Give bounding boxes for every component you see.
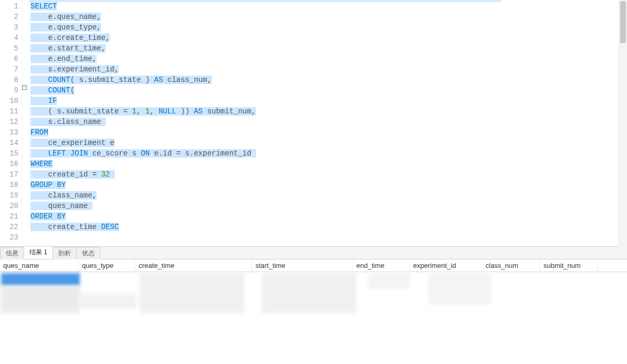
code-line: WHERE [30,159,627,169]
sql-editor-pane: 1 2 3 4 5 6 7 8 9 10 11 12 13 14 15 16 1… [0,0,627,247]
tab-profile[interactable]: 剖析 [53,247,77,259]
line-number: 21 [0,211,18,222]
tab-info[interactable]: 信息 [0,247,24,259]
code-line: FROM [30,127,627,138]
code-line: COUNT( s.submit_state ) AS class_num, [30,75,627,85]
line-number: 17 [0,169,18,180]
tab-result-1[interactable]: 结果 1 [24,246,53,259]
code-line: s.experiment_id, [30,64,627,75]
results-pane: ques_nameques_typecreate_timestart_timee… [0,259,627,364]
redacted-cell [1,273,80,286]
code-line: SELECT [30,1,627,12]
column-header-class-num[interactable]: class_num [482,260,540,271]
line-number: 9 [0,85,18,96]
column-header-ques-type[interactable]: ques_type [79,260,136,271]
column-header-create-time[interactable]: create_time [136,260,252,271]
line-number: 6 [0,54,18,64]
code-line: COUNT( [30,85,627,96]
redacted-cell [428,273,491,305]
fold-column: − [22,0,28,246]
line-number: 16 [0,159,18,169]
redacted-cell [79,293,137,309]
code-line: ( s.submit_state = 1, 1, NULL )) AS subm… [30,106,627,117]
code-line: s.class_name [30,117,627,127]
results-tab-bar: 信息 结果 1 剖析 状态 [0,247,627,259]
line-number: 15 [0,148,18,159]
code-line: GROUP BY [30,180,627,190]
code-line: ques_name [30,201,627,211]
line-number: 14 [0,138,18,148]
code-line: e.end_time, [30,54,627,64]
redacted-cell [1,286,80,313]
line-number: 22 [0,222,18,232]
results-grid-body[interactable] [0,272,627,335]
code-line: e.ques_type, [30,22,627,33]
code-line: e.ques_name, [30,12,627,22]
tab-status[interactable]: 状态 [76,247,100,259]
code-line: ORDER BY [30,211,627,222]
line-number: 2 [0,12,18,22]
code-line: e.start_time, [30,43,627,54]
line-number: 19 [0,190,18,201]
line-number: 7 [0,64,18,75]
line-number: 13 [0,127,18,138]
code-line: LEFT JOIN ce_score s ON e.id = s.experim… [30,148,627,159]
column-header-submit-num[interactable]: submit_num [540,260,598,271]
line-number: 20 [0,201,18,211]
line-number: 3 [0,22,18,33]
redacted-cell [139,273,244,313]
code-line: IF [30,96,627,106]
code-line: create_time DESC [30,222,627,232]
line-number: 8 [0,75,18,85]
code-line: e.create_time, [30,33,627,43]
results-grid-header: ques_nameques_typecreate_timestart_timee… [0,259,627,272]
code-line [30,232,627,243]
code-line: create_id = 32 [30,169,627,180]
line-number: 12 [0,117,18,127]
editor-vertical-scrollbar[interactable] [619,0,627,247]
line-number: 11 [0,106,18,117]
fold-toggle-icon[interactable]: − [22,85,27,90]
line-number: 1 [0,1,18,12]
line-number: 18 [0,180,18,190]
column-header-experiment-id[interactable]: experiment_id [410,260,482,271]
column-header-start-time[interactable]: start_time [252,260,353,271]
line-number-gutter: 1 2 3 4 5 6 7 8 9 10 11 12 13 14 15 16 1… [0,0,22,246]
redacted-cell [368,273,410,289]
column-header-ques-name[interactable]: ques_name [0,260,79,271]
column-header-end-time[interactable]: end_time [353,260,410,271]
code-line: class_name, [30,190,627,201]
code-line: ce_experiment e [30,138,627,148]
line-number: 5 [0,43,18,54]
sql-code-area[interactable]: SELECT e.ques_name, e.ques_type, e.creat… [28,0,627,246]
line-number: 4 [0,33,18,43]
line-number: 23 [0,232,18,243]
redacted-cell [262,273,356,313]
scrollbar-thumb[interactable] [620,1,626,43]
line-number: 10 [0,96,18,106]
